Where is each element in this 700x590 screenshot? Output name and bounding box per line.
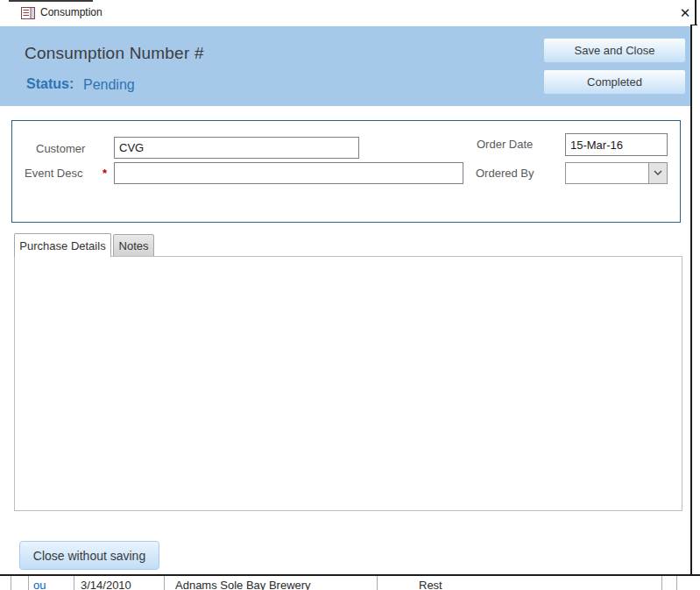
dialog-right-border-top	[695, 0, 696, 25]
form-icon	[21, 6, 35, 20]
close-without-saving-button[interactable]: Close without saving	[19, 541, 159, 570]
status-label: Status:	[26, 76, 74, 92]
dialog-border-joint	[690, 25, 697, 25]
background-cell-supplier: Adnams Sole Bay Brewery	[175, 579, 311, 590]
grid-line	[28, 576, 29, 590]
grid-line	[377, 576, 378, 590]
background-cell-date: 3/14/2010	[81, 579, 131, 590]
customer-input[interactable]	[114, 137, 359, 159]
consumption-dialog: Consumption ✕ Consumption Number # Statu…	[0, 0, 700, 590]
status-value: Pending	[83, 77, 135, 93]
customer-label: Customer	[36, 142, 85, 155]
dialog-right-border	[690, 25, 692, 575]
grid-line	[164, 576, 165, 590]
grid-line	[74, 576, 74, 590]
completed-button[interactable]: Completed	[543, 69, 686, 95]
ordered-by-combobox[interactable]	[565, 162, 668, 184]
event-desc-input[interactable]	[114, 162, 463, 184]
background-app-strip	[692, 0, 700, 590]
window-title: Consumption	[40, 6, 103, 18]
grid-line	[11, 576, 11, 590]
page-title: Consumption Number #	[25, 44, 204, 63]
save-and-close-button[interactable]: Save and Close	[543, 38, 686, 63]
purchase-details-panel	[14, 256, 682, 511]
tab-purchase-details[interactable]: Purchase Details	[14, 233, 111, 257]
required-marker: *	[103, 167, 107, 180]
grid-line	[676, 576, 677, 590]
chevron-down-icon	[654, 170, 662, 176]
event-desc-label: Event Desc	[25, 167, 82, 180]
window-titlebar: Consumption ✕	[0, 0, 692, 26]
order-date-input[interactable]	[565, 133, 668, 156]
background-table-row: ou 3/14/2010 Adnams Sole Bay Brewery Res…	[0, 576, 700, 590]
tab-notes[interactable]: Notes	[113, 234, 154, 257]
ordered-by-label: Ordered By	[476, 167, 534, 180]
background-cell-category: Rest	[419, 579, 442, 590]
titlebar-top-edge	[9, 0, 93, 2]
grid-line	[661, 576, 662, 590]
ordered-by-dropdown-button[interactable]	[648, 163, 667, 183]
background-cell-link: ou	[33, 579, 46, 590]
ordered-by-value	[566, 163, 648, 183]
order-date-label: Order Date	[477, 138, 533, 151]
